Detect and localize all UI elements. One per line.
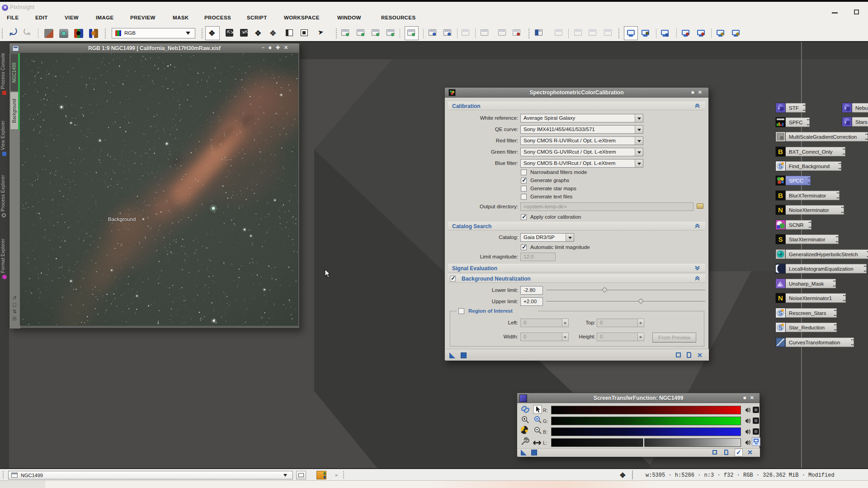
svg-text:B: B <box>778 192 783 199</box>
svg-text:N: N <box>778 294 783 302</box>
svg-text:B: B <box>778 148 783 155</box>
svg-text:S: S <box>778 235 783 243</box>
svg-text:N: N <box>778 206 783 214</box>
